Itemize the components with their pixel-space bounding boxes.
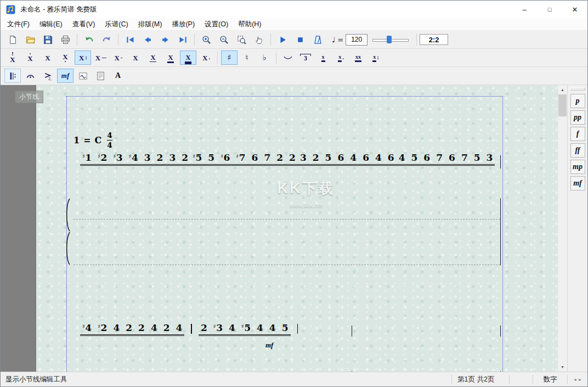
go-first-button[interactable] [122, 32, 138, 47]
score-note[interactable]: 2 [157, 153, 163, 162]
score-note[interactable]: 4 [229, 323, 235, 333]
score-note[interactable]: 2 [201, 323, 207, 333]
score-note[interactable]: 3 [169, 153, 176, 162]
score-measure[interactable]: ♯55♯6♯76722 [190, 153, 298, 166]
score-note[interactable]: ♯4 [82, 323, 92, 333]
note-dotted-button[interactable]: X. [197, 51, 214, 65]
key-signature[interactable]: 1 = C 4 4 [74, 131, 112, 149]
score-measure[interactable]: ♯4♯2422424 [80, 323, 184, 336]
menu-item-3[interactable]: 查看(V) [67, 18, 100, 31]
scroll-down-button[interactable]: ▼ [558, 362, 567, 372]
text-style-button[interactable]: A [110, 69, 126, 83]
score-note[interactable]: 4 [350, 153, 357, 162]
score-page[interactable]: 1 = C 4 4 ♯1♯2♯3♯43232♯55♯6♯767223256464… [36, 85, 557, 372]
score-note[interactable]: 5 [282, 323, 289, 333]
maximize-button[interactable]: □ [537, 1, 562, 18]
score-note[interactable]: 6 [337, 153, 344, 162]
dynamic-ff-button[interactable]: ff [570, 143, 585, 158]
note-quarter-button[interactable]: X [127, 51, 144, 65]
minimize-button[interactable]: – [512, 1, 537, 18]
fermata-button[interactable] [22, 69, 38, 83]
score-note[interactable]: 4 [257, 323, 263, 333]
note-octave-up-button[interactable]: X [22, 51, 38, 65]
score-note[interactable]: ♯4 [129, 153, 138, 162]
score-note[interactable]: 5 [325, 153, 332, 162]
hand-tool-button[interactable] [251, 32, 267, 47]
score-note[interactable]: 2 [138, 323, 145, 333]
dynamic-f-button[interactable]: f [570, 127, 585, 141]
undo-button[interactable] [81, 32, 97, 47]
score-note[interactable]: ♯6 [220, 153, 230, 162]
sharp-button[interactable]: ♯ [221, 51, 238, 65]
go-last-button[interactable] [174, 32, 191, 47]
tempo-input[interactable] [346, 34, 368, 46]
score-note[interactable]: 6 [423, 153, 430, 162]
lyrics-button[interactable] [92, 69, 109, 83]
score-measure[interactable]: ♯1♯2♯3♯43232 [80, 153, 190, 166]
score-note[interactable]: 4 [176, 323, 183, 333]
print-button[interactable] [57, 32, 74, 47]
triplet-button[interactable]: 3 [297, 51, 314, 65]
metronome-button[interactable] [309, 32, 326, 47]
play-button[interactable] [274, 32, 291, 47]
ornament-button[interactable] [75, 69, 91, 83]
score-note[interactable]: 2 [289, 153, 296, 162]
accent-button[interactable]: 2, [39, 69, 56, 83]
note-octave-down-button[interactable]: X [57, 51, 74, 65]
dynamic-pp-button[interactable]: pp [570, 110, 585, 125]
score-note[interactable]: 4 [375, 153, 382, 162]
go-next-button[interactable] [157, 32, 173, 47]
new-button[interactable] [4, 32, 21, 47]
score-note[interactable]: 6 [449, 153, 455, 162]
barline-tool-button[interactable] [4, 69, 21, 83]
note-half-button[interactable]: X- [110, 51, 126, 65]
menu-item-1[interactable]: 文件(F) [2, 18, 35, 31]
score-note[interactable]: 3 [144, 153, 151, 162]
score-note[interactable]: 2 [163, 323, 170, 333]
score-note[interactable]: 7 [436, 153, 443, 162]
score-note[interactable]: 5 [208, 153, 214, 162]
note-thirtysecond-button[interactable]: X [180, 51, 196, 65]
scroll-thumb[interactable] [558, 94, 567, 116]
note-octave-up2-button[interactable]: X [4, 51, 21, 65]
score-note[interactable]: 2 [276, 153, 283, 162]
score-note[interactable]: 7 [264, 153, 270, 162]
score-note[interactable]: 6 [388, 153, 394, 162]
slider-thumb[interactable] [387, 36, 392, 43]
grace-note-4-button[interactable]: x: [368, 51, 384, 65]
score-note[interactable]: 6 [252, 153, 258, 162]
score-note[interactable]: ♯3 [113, 153, 122, 162]
redo-button[interactable] [98, 32, 115, 47]
score-note[interactable]: 6 [363, 153, 369, 162]
menu-item-7[interactable]: 设置(O) [200, 18, 233, 31]
score-note[interactable]: ♯5 [241, 323, 251, 333]
zoom-select-button[interactable] [233, 32, 250, 47]
tie-button[interactable] [280, 51, 296, 65]
save-button[interactable] [39, 32, 56, 47]
score-note[interactable]: ♯2 [98, 153, 107, 162]
score-note[interactable]: 3 [487, 153, 493, 162]
menu-item-2[interactable]: 编辑(E) [35, 18, 67, 31]
note-octave-down2-button[interactable]: X: [75, 51, 91, 65]
score-measure[interactable]: 45676753 [397, 153, 495, 166]
menu-item-4[interactable]: 乐谱(C) [100, 18, 133, 31]
score-note[interactable]: ♯5 [193, 153, 202, 162]
score-note[interactable]: ♯2 [98, 323, 107, 333]
score-note[interactable]: 2 [126, 323, 132, 333]
menu-item-8[interactable]: 帮助(H) [233, 18, 266, 31]
score-note[interactable]: 7 [461, 153, 468, 162]
note-eighth-button[interactable]: X [145, 51, 161, 65]
open-button[interactable] [22, 32, 38, 47]
score-note[interactable]: ♯1 [82, 153, 92, 162]
corner-left-arrow-icon[interactable]: ◄ [573, 378, 577, 382]
score-note[interactable]: 4 [269, 323, 276, 333]
note-whole-button[interactable]: X--- [92, 51, 109, 65]
close-button[interactable]: ✕ [562, 1, 587, 18]
score-note[interactable]: 2 [182, 153, 188, 162]
score-note[interactable]: ♯7 [236, 153, 245, 162]
corner-right-arrow-icon[interactable]: ► [578, 378, 582, 382]
score-note[interactable]: 4 [151, 323, 157, 333]
score-measure[interactable]: 32564646 [298, 153, 397, 166]
note-plain-button[interactable]: X [39, 51, 56, 65]
grace-note-1-button[interactable]: x [315, 51, 331, 65]
